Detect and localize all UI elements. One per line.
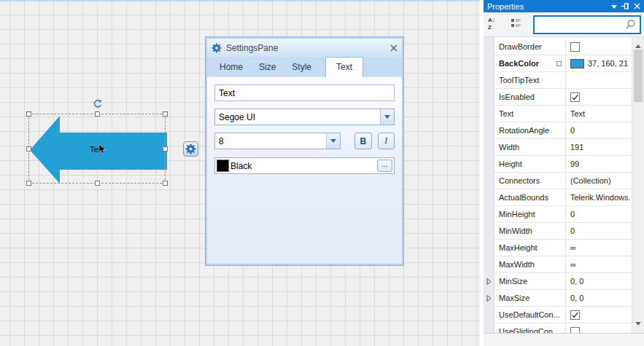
- expander-icon[interactable]: [486, 295, 492, 302]
- checkbox-checked[interactable]: [570, 93, 580, 102]
- property-value[interactable]: 37, 160, 21: [565, 55, 632, 72]
- property-label: Text: [494, 106, 565, 122]
- property-value[interactable]: [565, 89, 632, 106]
- advanced-property-icon: [556, 61, 562, 66]
- selection-handle-n[interactable]: [95, 111, 100, 117]
- property-row-connectors[interactable]: Connectors(Collection): [484, 173, 632, 189]
- property-row-minheight[interactable]: MinHeight0: [484, 206, 632, 223]
- property-value[interactable]: 99: [565, 156, 632, 173]
- selection-handle-e[interactable]: [163, 146, 168, 152]
- row-margin: [484, 156, 494, 173]
- close-icon[interactable]: [390, 44, 397, 52]
- sort-alphabetical-icon[interactable]: A↓Z: [488, 17, 495, 31]
- font-family-combo[interactable]: Segoe UI: [214, 109, 395, 125]
- rotate-handle-icon[interactable]: [93, 99, 103, 109]
- vertical-scrollbar[interactable]: [632, 37, 644, 333]
- property-value[interactable]: 0, 0: [565, 273, 632, 290]
- tab-style[interactable]: Style: [284, 58, 319, 76]
- property-grid: DrawBorderBackColor37, 160, 21ToolTipTex…: [484, 37, 644, 333]
- property-value[interactable]: Text: [565, 106, 632, 122]
- property-value[interactable]: 0, 0: [565, 290, 632, 307]
- scrollbar-thumb[interactable]: [634, 50, 643, 102]
- property-value[interactable]: ∞: [565, 240, 632, 256]
- font-size-combo[interactable]: 8: [214, 133, 341, 149]
- property-row-minsize[interactable]: MinSize0, 0: [484, 273, 632, 290]
- checkbox-unchecked[interactable]: [570, 327, 580, 334]
- property-label: DrawBorder: [494, 39, 565, 55]
- row-margin: [484, 139, 494, 156]
- property-label: BackColor: [494, 55, 565, 72]
- property-row-actualbounds[interactable]: ActualBoundsTelerik.Windows.: [484, 189, 632, 206]
- chevron-down-icon[interactable]: [326, 133, 340, 149]
- color-swatch[interactable]: [570, 59, 584, 68]
- selection-handle-s[interactable]: [95, 181, 100, 186]
- font-color-picker[interactable]: Black ...: [214, 157, 395, 174]
- property-label: ToolTipText: [494, 72, 565, 89]
- property-row-rotationangle[interactable]: RotationAngle0: [484, 122, 632, 139]
- property-row-maxwidth[interactable]: MaxWidth∞: [484, 256, 632, 273]
- property-value[interactable]: 191: [565, 139, 632, 156]
- property-label: MinWidth: [494, 223, 565, 240]
- property-label: UseDefaultCon...: [494, 307, 565, 323]
- property-value[interactable]: (Collection): [565, 173, 632, 189]
- property-value[interactable]: [565, 307, 632, 323]
- property-row-useglidingcon[interactable]: UseGlidingCon...: [484, 323, 632, 333]
- properties-panel: Properties A↓Z: [484, 0, 644, 346]
- bold-button[interactable]: B: [354, 133, 372, 149]
- property-value[interactable]: 0: [565, 122, 632, 139]
- property-row-drawborder[interactable]: DrawBorder: [484, 39, 632, 55]
- property-row-height[interactable]: Height99: [484, 156, 632, 173]
- tab-home[interactable]: Home: [212, 58, 251, 76]
- scroll-down-icon[interactable]: [635, 322, 641, 329]
- property-row-isenabled[interactable]: IsEnabled: [484, 89, 632, 106]
- row-margin: [484, 39, 494, 55]
- tab-text[interactable]: Text: [325, 57, 363, 77]
- property-row-maxheight[interactable]: MaxHeight∞: [484, 240, 632, 256]
- property-row-tooltiptext[interactable]: ToolTipText: [484, 72, 632, 89]
- property-value[interactable]: Telerik.Windows.: [565, 189, 632, 206]
- italic-button[interactable]: I: [378, 133, 395, 149]
- checkbox-checked[interactable]: [570, 310, 580, 320]
- property-value[interactable]: [565, 323, 632, 333]
- color-browse-button[interactable]: ...: [377, 160, 392, 172]
- property-label: MaxSize: [494, 290, 565, 307]
- row-margin: [484, 240, 494, 256]
- property-row-width[interactable]: Width191: [484, 139, 632, 156]
- font-size-value: 8: [215, 136, 326, 146]
- row-margin: [484, 122, 494, 139]
- property-value[interactable]: [565, 39, 632, 55]
- row-margin: [484, 173, 494, 189]
- property-value[interactable]: ∞: [565, 256, 632, 273]
- row-margin: [484, 72, 494, 89]
- shape-settings-gear-button[interactable]: [183, 141, 198, 157]
- shape-text-input[interactable]: [214, 84, 395, 101]
- selection-handle-nw[interactable]: [26, 111, 31, 117]
- categorize-icon[interactable]: [511, 17, 521, 31]
- expander-icon[interactable]: [486, 278, 492, 285]
- property-value[interactable]: [565, 72, 632, 89]
- app-window: Text: [0, 0, 644, 346]
- property-row-backcolor[interactable]: BackColor37, 160, 21: [484, 55, 632, 72]
- property-row-text[interactable]: TextText: [484, 106, 632, 122]
- tab-size[interactable]: Size: [251, 58, 284, 76]
- selection-handle-se[interactable]: [163, 181, 168, 186]
- properties-titlebar[interactable]: Properties: [484, 0, 644, 12]
- color-name-label: Black: [230, 161, 377, 171]
- property-row-usedefaultcon[interactable]: UseDefaultCon...: [484, 307, 632, 323]
- property-row-maxsize[interactable]: MaxSize0, 0: [484, 290, 632, 307]
- settings-pane-titlebar[interactable]: SettingsPane: [207, 39, 402, 57]
- selection-handle-w[interactable]: [26, 146, 31, 152]
- checkbox-unchecked[interactable]: [570, 42, 580, 52]
- property-row-minwidth[interactable]: MinWidth0: [484, 223, 632, 240]
- chevron-down-icon[interactable]: [380, 109, 394, 125]
- close-icon[interactable]: [634, 3, 640, 9]
- row-margin: [484, 106, 494, 122]
- scroll-up-icon[interactable]: [635, 42, 641, 48]
- selection-handle-ne[interactable]: [163, 111, 168, 117]
- pin-icon[interactable]: [621, 3, 629, 9]
- search-icon[interactable]: [625, 19, 636, 33]
- property-value[interactable]: 0: [565, 206, 632, 223]
- property-value[interactable]: 0: [565, 223, 632, 240]
- selection-handle-sw[interactable]: [26, 181, 31, 186]
- window-menu-icon[interactable]: [611, 4, 617, 9]
